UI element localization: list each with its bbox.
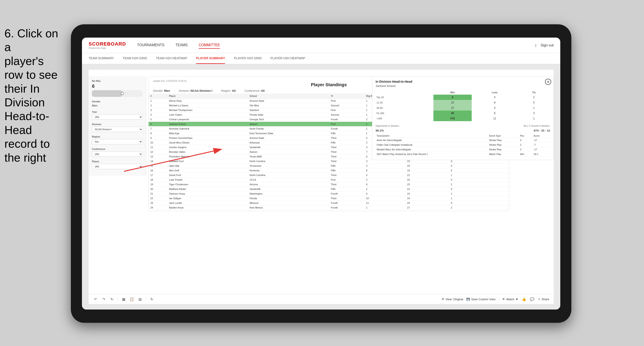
table-row[interactable]: 16 Alex Goff Kentucky Fifth 8 19 0	[148, 168, 509, 173]
view-original-btn[interactable]: 👁 View: Original	[442, 297, 463, 302]
sign-out-button[interactable]: Sign out	[540, 42, 554, 48]
sub-nav-team-summary[interactable]: TEAM SUMMARY	[88, 53, 114, 64]
region-label: Region	[92, 135, 142, 138]
cell-yr: Fifth	[329, 131, 364, 136]
t-type: Stroke Play	[488, 138, 519, 143]
comment-icon[interactable]: 💬	[530, 297, 534, 302]
toolbar-divider-2	[146, 297, 146, 301]
region-dropdown[interactable]: N/a	[92, 139, 142, 144]
h2h-tie: 1	[518, 116, 550, 121]
opponents-label: Opponents in division:	[376, 125, 400, 127]
h2h-player: Jackson Koivun	[376, 84, 550, 88]
copy-icon[interactable]: ▦	[121, 297, 126, 302]
t-pos: 2	[519, 143, 532, 147]
cell-player: Wenyi Ding	[167, 99, 248, 103]
cell-conf: 24	[406, 196, 449, 201]
sub-nav-player-summary[interactable]: PLAYER SUMMARY	[196, 53, 225, 64]
share-btn[interactable]: ⇧ Share	[538, 297, 549, 302]
cell-conf: 21	[406, 173, 449, 177]
cell-rank: 14	[148, 159, 167, 164]
undo-icon[interactable]: ↶	[93, 297, 98, 302]
no-rds-value: 6	[92, 83, 142, 89]
cell-player: Maxwell Ford	[167, 159, 248, 164]
cell-yr: Fifth	[329, 168, 364, 173]
cell-rds: 0	[449, 164, 486, 168]
sub-nav-team-h2h-heatmap[interactable]: TEAM H2H HEATMAP	[156, 53, 187, 64]
cell-conf: 23	[406, 182, 449, 187]
table-row[interactable]: 20 Matthew Riedel Vanderbilt Fifth 2 22 …	[148, 187, 509, 191]
opponents-row: Opponents in division: W-L-T record in-d…	[376, 125, 550, 127]
sub-nav-player-h2h-grid[interactable]: PLAYER H2H GRID	[234, 53, 262, 64]
table-row[interactable]: 23 Jack Lundin Missouri Fourth 11 24 0	[148, 201, 509, 205]
t-score: 18-1	[532, 152, 550, 157]
table-row[interactable]: 15 Jake Hall Tennessee Fifth 4 24 0	[148, 164, 509, 168]
h2h-win: 8	[434, 95, 472, 100]
nav-teams[interactable]: TEAMS	[176, 42, 188, 49]
pbi-toolbar: ↶ ↷ ↻ ▦ 📋 ▤ ↻ 👁 View: Original	[88, 294, 554, 304]
cell-yr: Third	[329, 136, 364, 140]
cell-conf: 24	[406, 177, 449, 182]
table-row[interactable]: 25 Cole Sherwood Vanderbilt Third 12 23 …	[148, 210, 509, 211]
cell-win	[486, 205, 509, 210]
redo-icon[interactable]: ↷	[101, 297, 106, 302]
player-dropdown[interactable]: (All)	[92, 164, 142, 169]
sub-nav-player-h2h-heatmap[interactable]: PLAYER H2H HEATMAP	[270, 53, 305, 64]
year-dropdown[interactable]: (All)	[92, 114, 142, 120]
h2h-loss: 4	[472, 105, 518, 111]
cell-yr: Third	[329, 159, 364, 164]
cell-school: Arkansas	[248, 140, 329, 145]
table-row[interactable]: 19 Tiger Christensen Arizona Third 8 23 …	[148, 182, 509, 187]
conference-label: Conference	[92, 148, 142, 150]
cell-yr: First	[329, 122, 364, 127]
nav-committee[interactable]: COMMITTEE	[199, 42, 220, 49]
cell-rds: 2	[449, 182, 486, 187]
h2h-rank-label: >100	[376, 116, 434, 121]
t-name: Amer Ari Intercollegiate	[376, 138, 488, 143]
cell-school: Arizona	[248, 182, 329, 187]
cell-reg: 11	[364, 201, 406, 205]
paste-icon[interactable]: 📋	[129, 297, 134, 302]
save-icon: 💾	[466, 298, 470, 301]
cell-reg: 10	[364, 196, 406, 201]
cell-yr: Fourth	[329, 205, 364, 210]
table-row[interactable]: 17 David Ford North Carolina Third 5 21 …	[148, 173, 509, 177]
cell-school: Vanderbilt	[248, 210, 329, 211]
reset-icon[interactable]: ↻	[110, 297, 114, 302]
opponents-values-row: 98.1% 674 - 33 - 12	[376, 129, 550, 132]
cell-yr: Third	[329, 145, 364, 150]
cell-school: Georgia Tech	[248, 117, 329, 122]
refresh-icon[interactable]: ↻	[149, 297, 154, 302]
h2h-title: In Division Head-to-Head	[376, 80, 550, 83]
watch-btn[interactable]: 👁 Watch ▼	[502, 297, 518, 302]
division-dropdown[interactable]: NCAA Division I	[92, 127, 142, 132]
h2h-col-loss: Loss	[472, 90, 518, 95]
t-score: -7	[532, 143, 550, 147]
sub-nav-team-h2h-grid[interactable]: TEAM H2H GRID	[123, 53, 147, 64]
format-icon[interactable]: ▤	[138, 297, 142, 302]
h2h-row: 26-50 22 4 1	[376, 105, 550, 111]
conference-dropdown[interactable]: (All)	[92, 152, 142, 157]
save-custom-btn[interactable]: 💾 Save Custom View	[466, 297, 496, 302]
thumbs-icon[interactable]: 👍	[522, 297, 526, 302]
table-row[interactable]: 22 Ian Gilligan Florida Third 10 24 1	[148, 196, 509, 201]
h2h-tie: 5	[518, 100, 550, 105]
toolbar-divider-1	[118, 297, 118, 301]
cell-rank: 3	[148, 108, 167, 113]
h2h-close-button[interactable]: ✕	[545, 79, 551, 85]
t-pos: Win	[519, 152, 532, 157]
cell-yr: Fifth	[329, 164, 364, 168]
filter-region: Region N/a	[92, 135, 142, 144]
cell-player: Jack Lundin	[167, 201, 248, 205]
table-row[interactable]: 24 Bastien Amat New Mexico Fourth 1 27 2	[148, 205, 509, 210]
gender-filter: Gender: Men	[153, 89, 170, 92]
table-row[interactable]: 21 Taehoon Song Washington Fourth 6 23 1	[148, 191, 509, 196]
nav-tournaments[interactable]: TOURNAMENTS	[137, 42, 164, 49]
cell-school: Missouri	[248, 201, 329, 205]
col-school: School	[248, 94, 329, 99]
cell-player: Cole Sherwood	[167, 210, 248, 211]
tournament-row: Fallen Oak Collegiate Invitational Strok…	[376, 143, 550, 147]
h2h-loss: 3	[472, 95, 518, 100]
cell-win	[486, 173, 509, 177]
table-row[interactable]: 18 Luke Powell UCLA First 2 24 0	[148, 177, 509, 182]
logo-scoreboard: SCOREBOARD	[88, 41, 126, 47]
